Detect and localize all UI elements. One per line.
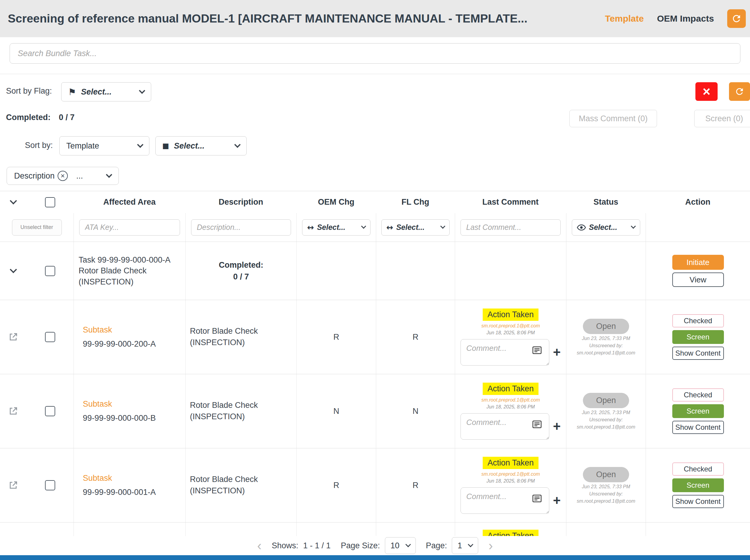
status-date: Jun 23, 2025, 7:33 PM xyxy=(582,410,630,415)
header-actions: Template OEM Impacts xyxy=(605,9,746,28)
open-subtask-button[interactable] xyxy=(8,406,18,416)
col-status: Status xyxy=(593,198,618,207)
chevron-down-icon xyxy=(139,87,145,94)
open-subtask-button[interactable] xyxy=(8,480,18,491)
screen-button[interactable]: Screen xyxy=(672,404,724,418)
bottom-accent-bar xyxy=(0,555,750,560)
previous-page-icon[interactable]: ‹ xyxy=(257,539,262,552)
show-content-button[interactable]: Show Content xyxy=(672,347,724,360)
status-filter-select[interactable]: Select... xyxy=(572,219,640,236)
expand-all-icon[interactable] xyxy=(9,197,17,204)
screen-count-button[interactable]: Screen (0) xyxy=(694,110,750,127)
shows-value: 1 - 1 / 1 xyxy=(303,541,330,551)
subtask-type-label[interactable]: Subtask xyxy=(83,399,112,409)
chevron-down-icon xyxy=(405,542,411,547)
flag-select[interactable]: ⚑ Select... xyxy=(61,82,151,101)
flag-icon: ⚑ xyxy=(68,87,76,97)
checked-button[interactable]: Checked xyxy=(672,462,724,476)
col-action: Action xyxy=(685,198,710,207)
add-comment-button[interactable]: + xyxy=(553,346,561,359)
app-header: Screening of reference manual MODEL-1 [A… xyxy=(0,0,750,37)
chevron-down-icon xyxy=(468,542,473,547)
subtask-type-label[interactable]: Subtask xyxy=(83,474,112,483)
show-content-button[interactable]: Show Content xyxy=(672,421,724,434)
task-checkbox[interactable] xyxy=(45,266,55,276)
page-title: Screening of reference manual MODEL-1 [A… xyxy=(8,12,605,25)
page-value: 1 xyxy=(458,541,462,551)
color-select[interactable]: ■ Select... xyxy=(156,136,247,156)
oem-chg-filter-select[interactable]: ↔ Select... xyxy=(302,219,370,236)
refresh-list-button[interactable] xyxy=(729,82,750,101)
mass-comment-button[interactable]: Mass Comment (0) xyxy=(569,110,657,127)
clear-button[interactable]: × xyxy=(695,82,717,101)
subtask-row: Subtask 99-99-99-000-000-B Rotor Blade C… xyxy=(0,374,750,448)
comment-area: + xyxy=(461,339,561,365)
sort-by-select[interactable]: Template xyxy=(59,136,149,156)
status-user: sm.root.preprod.1@ptt.com xyxy=(577,424,635,430)
subtask-description: Rotor Blade Check (INSPECTION) xyxy=(185,300,297,374)
comment-template-icon[interactable] xyxy=(532,420,542,429)
remove-filter-icon[interactable]: × xyxy=(58,171,68,181)
oem-impacts-link[interactable]: OEM Impacts xyxy=(657,14,714,24)
external-link-icon xyxy=(8,332,18,342)
status-date: Jun 23, 2025, 7:33 PM xyxy=(582,336,630,341)
comment-template-icon[interactable] xyxy=(532,495,542,504)
col-oem-chg: OEM Chg xyxy=(318,198,354,207)
subtask-ata-key: 99-99-99-000-000-B xyxy=(83,414,156,423)
row-checkbox[interactable] xyxy=(45,332,55,342)
comment-area: + xyxy=(461,487,561,514)
sort-by-value: Template xyxy=(66,141,99,151)
pagination-bar: ‹ Shows: 1 - 1 / 1 Page Size: 10 Page: 1… xyxy=(0,536,750,555)
add-comment-button[interactable]: + xyxy=(553,494,561,507)
page-size-select[interactable]: 10 xyxy=(385,537,416,554)
page-size-label: Page Size: xyxy=(341,541,380,551)
description-filter-chip[interactable]: Description × ... xyxy=(6,167,119,185)
unselect-filter-button[interactable]: Unselect filter xyxy=(12,219,62,236)
task-affected-area: Task 99-99-99-000-000-A Rotor Blade Chec… xyxy=(74,242,185,300)
chevron-down-icon xyxy=(137,141,143,148)
refresh-icon xyxy=(734,86,745,97)
subtask-row-partial: Action Taken xyxy=(0,522,750,537)
add-comment-button[interactable]: + xyxy=(553,420,561,433)
comment-template-icon[interactable] xyxy=(532,346,542,355)
status-note: Unscreened by: xyxy=(589,417,623,423)
last-comment-filter-input[interactable] xyxy=(461,219,561,236)
filter-chip-label: Description xyxy=(14,172,55,181)
search-bundle-task-input[interactable] xyxy=(9,43,741,64)
header-refresh-button[interactable] xyxy=(727,9,746,28)
collapse-task-icon[interactable] xyxy=(9,266,17,273)
chevron-down-icon xyxy=(440,224,446,229)
screen-button[interactable]: Screen xyxy=(672,330,724,344)
template-link[interactable]: Template xyxy=(605,14,644,24)
open-subtask-button[interactable] xyxy=(8,332,18,342)
chevron-down-icon xyxy=(361,224,366,229)
next-page-icon[interactable]: › xyxy=(488,539,493,552)
oem-chg-select-value: Select... xyxy=(317,223,346,232)
last-comment-action-badge: Action Taken xyxy=(483,308,539,321)
subtask-row: Subtask 99-99-99-000-200-A Rotor Blade C… xyxy=(0,300,750,374)
ata-key-filter-input[interactable] xyxy=(79,219,180,236)
refresh-icon xyxy=(731,13,742,24)
show-content-button[interactable]: Show Content xyxy=(672,495,724,508)
fl-chg-filter-select[interactable]: ↔ Select... xyxy=(381,219,450,236)
task-row: Task 99-99-99-000-000-A Rotor Blade Chec… xyxy=(0,242,750,300)
page-label: Page: xyxy=(426,541,447,551)
screen-button[interactable]: Screen xyxy=(672,478,724,492)
fl-chg-value: R xyxy=(376,300,455,374)
select-all-checkbox[interactable] xyxy=(45,197,55,207)
subtask-type-label[interactable]: Subtask xyxy=(83,325,112,335)
view-button[interactable]: View xyxy=(672,273,724,287)
row-checkbox[interactable] xyxy=(45,406,55,416)
oem-chg-value: R xyxy=(297,300,376,374)
left-right-arrow-icon: ↔ xyxy=(386,223,393,232)
oem-chg-value: N xyxy=(297,374,376,448)
checked-button[interactable]: Checked xyxy=(672,314,724,327)
task-completed-value: 0 / 7 xyxy=(233,272,249,281)
subtask-ata-key: 99-99-99-000-200-A xyxy=(83,339,156,349)
description-filter-input[interactable] xyxy=(191,219,291,236)
row-checkbox[interactable] xyxy=(45,480,55,491)
checked-button[interactable]: Checked xyxy=(672,388,724,402)
page-select[interactable]: 1 xyxy=(452,537,478,554)
initiate-button[interactable]: Initiate xyxy=(672,255,724,270)
sort-toolbar: Sort by: Template ■ Select... xyxy=(0,136,750,156)
